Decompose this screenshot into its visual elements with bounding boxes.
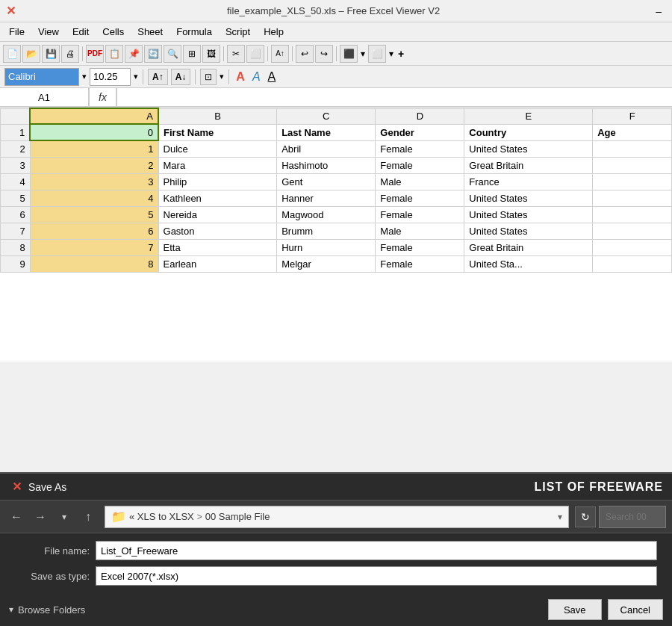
cell-a[interactable]: 4 [30,190,158,206]
cell-f[interactable] [593,173,672,190]
cell-e[interactable]: Great Britain [464,157,593,173]
redo-button[interactable]: ↪ [315,45,333,63]
cell-f[interactable]: Age [593,124,672,140]
cell-b[interactable]: Etta [158,239,277,255]
cell-c[interactable]: Hurn [277,239,376,255]
img-button[interactable]: 🖼 [202,45,220,63]
save-toolbar-button[interactable]: 💾 [42,45,60,63]
cell-d[interactable]: Female [376,140,464,157]
nav-up-button[interactable]: ↑ [78,506,99,527]
cell-b[interactable]: Dulce [158,140,277,157]
nav-back-button[interactable]: ← [6,506,27,527]
cell-f[interactable] [593,140,672,157]
cell-e[interactable]: France [464,173,593,190]
col-header-f[interactable]: F [593,108,672,124]
col-header-c[interactable]: C [277,108,376,124]
plus-button[interactable]: + [396,48,405,60]
cell-d[interactable]: Male [376,173,464,190]
nav-path-dropdown-btn[interactable]: ▾ [558,512,562,522]
cell-a[interactable]: 0 [30,124,158,140]
cell-e[interactable]: United Sta... [464,255,593,272]
font-name-input[interactable] [4,68,79,86]
table-row[interactable]: 87EttaHurnFemaleGreat Britain [1,239,672,255]
cell-c[interactable]: Hanner [277,190,376,206]
cell-a[interactable]: 1 [30,140,158,157]
font-size-increase[interactable]: A↑ [148,69,168,85]
menu-script[interactable]: Script [220,25,256,39]
cell-d[interactable]: Male [376,223,464,239]
menu-edit[interactable]: Edit [66,25,95,39]
cell-d[interactable]: Female [376,206,464,223]
fill-button[interactable]: ⬜ [368,45,386,63]
cell-c[interactable]: Hashimoto [277,157,376,173]
nav-forward-button[interactable]: → [30,506,51,527]
undo-button[interactable]: ↩ [296,45,314,63]
menu-cells[interactable]: Cells [96,25,130,39]
font-size-dropdown-icon[interactable]: ▾ [134,72,138,81]
cell-e[interactable]: Country [464,124,593,140]
cell-b[interactable]: Earlean [158,255,277,272]
cell-d[interactable]: Female [376,255,464,272]
menu-view[interactable]: View [32,25,65,39]
table-row[interactable]: 65NereidaMagwoodFemaleUnited States [1,206,672,223]
nav-refresh-button[interactable]: ↻ [575,506,596,527]
border-style-btn[interactable]: ⊡ [200,69,217,85]
cell-d[interactable]: Female [376,190,464,206]
nav-path-container[interactable]: 📁 « XLS to XLSX > 00 Sample File ▾ [105,506,569,528]
cell-a[interactable]: 5 [30,206,158,223]
font-size-decrease[interactable]: A↓ [171,69,191,85]
border-dropdown[interactable]: ▾ [359,49,367,59]
cell-b[interactable]: Mara [158,157,277,173]
menu-help[interactable]: Help [258,25,290,39]
fill-dropdown[interactable]: ▾ [388,49,395,59]
cell-c[interactable]: Magwood [277,206,376,223]
menu-sheet[interactable]: Sheet [131,25,169,39]
cell-b[interactable]: Gaston [158,223,277,239]
cell-c[interactable]: Melgar [277,255,376,272]
font-size-input[interactable] [90,68,131,86]
border-style-dropdown[interactable]: ▾ [220,72,224,81]
dialog-save-button[interactable]: Save [548,599,602,620]
open-button[interactable]: 📂 [22,45,40,63]
pdf-button[interactable]: PDF [86,45,104,63]
table-row[interactable]: 32MaraHashimotoFemaleGreat Britain [1,157,672,173]
cell-b[interactable]: First Name [158,124,277,140]
cell-ref-input[interactable] [0,88,90,106]
cell-f[interactable] [593,223,672,239]
cell-a[interactable]: 2 [30,157,158,173]
dialog-cancel-button[interactable]: Cancel [608,599,663,620]
cell-c[interactable]: Gent [277,173,376,190]
cell-d[interactable]: Female [376,239,464,255]
cell-f[interactable] [593,206,672,223]
cell-f[interactable] [593,157,672,173]
sort-az-button[interactable]: A↑ [271,45,289,63]
minimize-button[interactable]: – [651,4,666,19]
col-header-a[interactable]: A [30,108,158,124]
cell-e[interactable]: United States [464,206,593,223]
cell-e[interactable]: United States [464,140,593,157]
table-row[interactable]: 54KathleenHannerFemaleUnited States [1,190,672,206]
refresh-button[interactable]: 🔄 [144,45,162,63]
table-row[interactable]: 76GastonBrummMaleUnited States [1,223,672,239]
table-row[interactable]: 43PhilipGentMaleFrance [1,173,672,190]
cell-a[interactable]: 8 [30,255,158,272]
nav-search-input[interactable] [599,506,666,528]
zoom-button[interactable]: 🔍 [164,45,181,63]
table-row[interactable]: 98EarleanMelgarFemaleUnited Sta... [1,255,672,272]
menu-file[interactable]: File [3,25,31,39]
cell-c[interactable]: Last Name [277,124,376,140]
menu-formula[interactable]: Formula [170,25,218,39]
cell-a[interactable]: 6 [30,223,158,239]
cell-b[interactable]: Nereida [158,206,277,223]
table-row[interactable]: 10First NameLast NameGenderCountryAge [1,124,672,140]
cell-e[interactable]: United States [464,223,593,239]
cell-f[interactable] [593,239,672,255]
cell-f[interactable] [593,255,672,272]
cell-d[interactable]: Gender [376,124,464,140]
scissors-button[interactable]: ✂ [227,45,245,63]
col-header-b[interactable]: B [158,108,277,124]
print-button[interactable]: 🖨 [61,45,79,63]
grid-button[interactable]: ⊞ [183,45,201,63]
copy2-button[interactable]: ⬜ [246,45,264,63]
cell-a[interactable]: 7 [30,239,158,255]
